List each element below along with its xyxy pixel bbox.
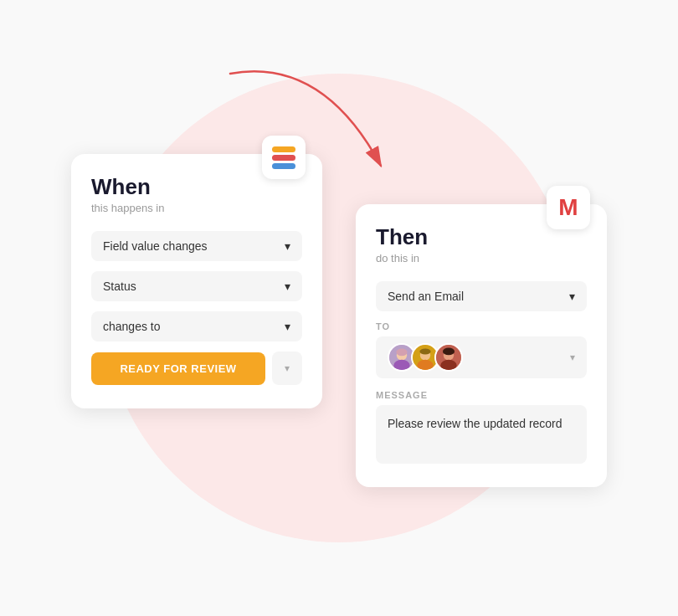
then-subtitle: do this in (376, 252, 587, 264)
svg-point-7 (417, 360, 433, 372)
field-value-dropdown-label: Field value changes (103, 239, 208, 253)
avatars-group (388, 343, 458, 372)
cards-container: When this happens in Field value changes… (71, 129, 607, 487)
svg-point-3 (393, 360, 409, 372)
field-value-dropdown[interactable]: Field value changes ▾ (91, 231, 302, 261)
send-email-dropdown[interactable]: Send an Email ▾ (376, 281, 587, 311)
status-dropdown[interactable]: Status ▾ (91, 271, 302, 301)
svg-point-12 (443, 348, 455, 356)
chevron-down-icon-2: ▾ (285, 280, 290, 293)
chevron-down-icon-4: ▾ (285, 362, 290, 374)
changes-to-dropdown-label: changes to (103, 320, 161, 333)
chevron-down-icon-3: ▾ (285, 320, 290, 333)
to-label: TO (376, 321, 587, 331)
avatar-3 (434, 343, 463, 372)
message-label: MESSAGE (376, 390, 587, 400)
superstack-logo (272, 146, 295, 169)
svg-point-4 (396, 348, 407, 356)
changes-to-dropdown[interactable]: changes to ▾ (91, 311, 302, 341)
status-dropdown-label: Status (103, 280, 136, 293)
message-text[interactable]: Please review the updated record (376, 405, 587, 464)
ready-for-review-chevron[interactable]: ▾ (272, 352, 302, 385)
then-card: M Then do this in Send an Email ▾ TO (356, 204, 607, 487)
ready-for-review-button[interactable]: READY FOR REVIEW (91, 352, 265, 385)
when-card: When this happens in Field value changes… (71, 154, 322, 408)
chevron-down-icon-6: ▾ (570, 352, 575, 363)
ready-for-review-row: READY FOR REVIEW ▾ (91, 352, 302, 385)
superstack-badge (262, 136, 306, 179)
svg-point-11 (440, 360, 456, 372)
gmail-badge: M (547, 186, 590, 229)
send-email-dropdown-label: Send an Email (388, 290, 464, 303)
main-scene: When this happens in Field value changes… (13, 15, 665, 601)
svg-point-8 (419, 348, 430, 354)
chevron-down-icon: ▾ (285, 239, 290, 253)
when-subtitle: this happens in (91, 202, 302, 214)
gmail-icon: M (558, 194, 578, 221)
chevron-down-icon-5: ▾ (569, 290, 575, 303)
to-avatars-row[interactable]: ▾ (376, 336, 587, 378)
